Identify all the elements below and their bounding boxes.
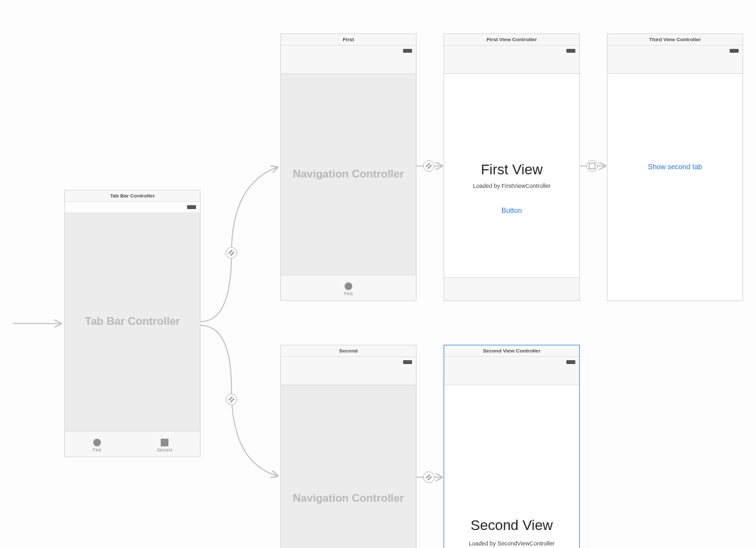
controller-title: Navigation Controller xyxy=(293,492,404,505)
scene-header: Second xyxy=(281,345,416,357)
nav-controller-second-scene[interactable]: Second Navigation Controller xyxy=(280,345,417,548)
controller-title: Tab Bar Controller xyxy=(85,315,180,328)
scene-body: Second View Loaded by SecondViewControll… xyxy=(444,385,579,548)
battery-icon xyxy=(566,360,575,364)
status-bar xyxy=(444,357,579,367)
status-bar xyxy=(65,202,200,212)
navigation-bar xyxy=(281,56,416,74)
scene-body: Tab Bar Controller xyxy=(65,212,200,431)
tab-bar-controller-scene[interactable]: Tab Bar Controller Tab Bar Controller Fi… xyxy=(64,190,201,457)
relationship-segue-icon[interactable] xyxy=(226,394,237,405)
battery-icon xyxy=(403,360,412,364)
tab-label: Second xyxy=(157,448,172,452)
status-bar xyxy=(444,46,579,56)
scene-header: Tab Bar Controller xyxy=(65,190,200,202)
navigation-bar xyxy=(444,56,579,74)
third-view-controller-scene[interactable]: Third View Controller Show second tab xyxy=(607,33,743,301)
square-icon xyxy=(161,439,168,446)
status-bar xyxy=(281,357,416,367)
navigation-bar xyxy=(281,367,416,385)
controller-title: Navigation Controller xyxy=(293,168,404,181)
battery-icon xyxy=(187,205,196,209)
status-bar xyxy=(281,46,416,56)
battery-icon xyxy=(566,49,575,53)
button[interactable]: Button xyxy=(501,206,522,214)
scene-body: Show second tab xyxy=(608,74,742,300)
tab-item-second[interactable]: Second xyxy=(157,439,172,452)
circle-icon xyxy=(93,439,101,446)
scene-header: First xyxy=(281,34,416,46)
circle-icon xyxy=(345,282,352,290)
battery-icon xyxy=(730,49,739,53)
tab-bar xyxy=(444,277,579,300)
scene-header: Second View Controller xyxy=(444,345,579,357)
tab-label: First xyxy=(344,291,353,296)
view-title: First View xyxy=(481,161,543,178)
tab-bar: First xyxy=(281,275,416,300)
second-view-controller-scene[interactable]: Second View Controller Second View Loade… xyxy=(444,345,580,548)
scene-body: Navigation Controller xyxy=(281,385,416,548)
battery-icon xyxy=(403,49,412,53)
navigation-bar xyxy=(444,367,579,385)
tab-item-first[interactable]: First xyxy=(93,439,102,452)
first-view-controller-scene[interactable]: First View Controller First View Loaded … xyxy=(444,33,580,301)
tab-label: First xyxy=(93,448,102,452)
scene-header: First View Controller xyxy=(444,34,579,46)
scene-body: Navigation Controller xyxy=(281,74,416,275)
nav-controller-first-scene[interactable]: First Navigation Controller First xyxy=(280,33,417,301)
show-second-tab-link[interactable]: Show second tab xyxy=(648,163,702,170)
tab-item-first[interactable]: First xyxy=(344,282,353,296)
show-segue-icon[interactable] xyxy=(586,160,598,172)
view-title: Second View xyxy=(471,517,553,534)
root-segue-icon[interactable] xyxy=(423,471,435,483)
view-subtitle: Loaded by SecondViewController xyxy=(469,540,554,547)
relationship-segue-icon[interactable] xyxy=(226,247,237,259)
root-segue-icon[interactable] xyxy=(423,160,435,172)
navigation-bar xyxy=(608,56,742,74)
view-subtitle: Loaded by FirstViewController xyxy=(473,183,550,189)
tab-bar: First Second xyxy=(65,431,200,457)
status-bar xyxy=(608,46,742,56)
scene-body: First View Loaded by FirstViewController… xyxy=(444,74,579,277)
scene-header: Third View Controller xyxy=(608,34,742,46)
